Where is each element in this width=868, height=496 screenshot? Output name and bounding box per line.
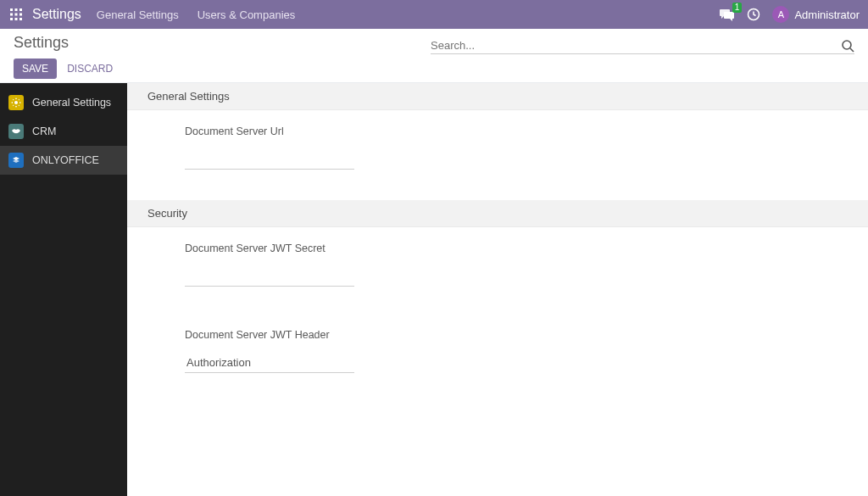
field-label-doc-url: Document Server Url [185,125,388,137]
sidebar-item-label: General Settings [32,97,111,109]
onlyoffice-icon [8,153,24,168]
sidebar-item-general-settings[interactable]: General Settings [0,88,127,117]
apps-grid-icon[interactable] [8,7,24,22]
search-icon[interactable] [841,39,854,53]
svg-rect-8 [19,18,22,20]
discard-button[interactable]: DISCARD [64,59,116,79]
svg-rect-3 [10,14,13,16]
field-label-jwt-secret: Document Server JWT Secret [185,242,388,254]
handshake-icon [8,124,24,139]
svg-rect-1 [15,8,18,11]
document-server-jwt-secret-input[interactable] [185,266,354,287]
svg-rect-6 [10,18,13,20]
user-menu[interactable]: A Administrator [772,6,860,23]
svg-line-11 [850,48,854,52]
document-server-jwt-header-input[interactable] [185,353,354,373]
user-name: Administrator [794,8,860,21]
nav-users-companies[interactable]: Users & Companies [198,8,296,21]
svg-point-12 [14,101,18,104]
search-input[interactable] [431,37,841,53]
svg-rect-0 [10,8,13,11]
section-header-general: General Settings [127,83,868,110]
activity-clock-icon[interactable] [747,8,760,21]
svg-rect-5 [19,14,22,16]
svg-rect-7 [15,18,18,20]
sidebar-item-label: CRM [32,125,56,137]
sidebar-item-onlyoffice[interactable]: ONLYOFFICE [0,146,127,175]
svg-rect-2 [19,8,22,11]
svg-point-10 [843,41,851,49]
avatar: A [772,6,789,23]
page-title: Settings [14,34,434,52]
svg-rect-4 [15,14,18,16]
section-header-security: Security [127,200,868,227]
field-label-jwt-header: Document Server JWT Header [185,329,388,341]
save-button[interactable]: SAVE [14,59,57,79]
sidebar-item-label: ONLYOFFICE [32,154,99,166]
sidebar-item-crm[interactable]: CRM [0,117,127,146]
nav-general-settings[interactable]: General Settings [97,8,179,21]
brand-title: Settings [32,7,81,22]
document-server-url-input[interactable] [185,149,354,170]
gear-icon [8,95,24,110]
messages-badge: 1 [732,3,743,13]
messages-icon[interactable]: 1 [720,8,735,21]
